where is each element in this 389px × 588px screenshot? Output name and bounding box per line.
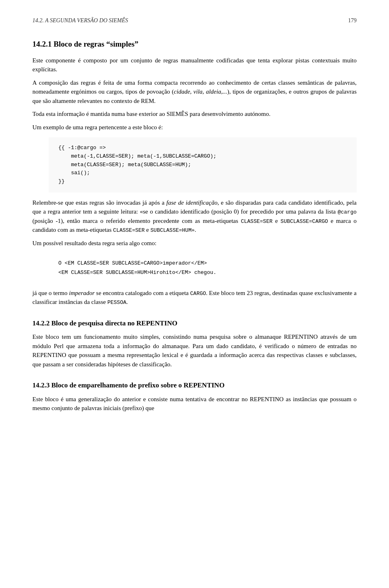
para2-italic: cidade, vila, aldeia,... [174,88,227,95]
para5-text7: ». [192,227,196,233]
section-14-2-1-para1: Este componente é composto por um conjun… [32,56,357,74]
header-page-number: 179 [348,16,357,25]
section-14-2-1-para4: Um exemplo de uma regra pertencente a es… [32,123,357,132]
para5-text4: e [272,218,280,224]
section-14-2-3-title: 14.2.3 Bloco de emparelhamento de prefix… [32,380,357,391]
section-14-2-1-para2: A composição das regras é feita de uma f… [32,78,357,106]
section-14-2-3-para1: Este bloco é uma generalização do anteri… [32,395,357,413]
para5-italic1: fase de identificação [167,199,218,206]
code-block-1: {{ -1:@cargo => meta(-1,CLASSE=SER); met… [49,137,357,192]
para5-code-subclasse-hum: SUBCLASSE=HUM [150,227,191,233]
page-header: 14.2. A SEGUNDA VERSÃO DO SIEMÊS 179 [32,16,357,26]
para5-text6: e [145,227,150,233]
para5-code-classe-ser: CLASSE=SER [241,218,272,225]
section-14-2-1-para6-intro: Um possível resultado desta regra seria … [32,239,357,248]
para2-text: A composição das regras é feita de uma f… [32,79,357,104]
para7-code-cargo: CARGO [190,291,206,297]
section-14-2-2-title: 14.2.2 Bloco de pesquisa directa no REPE… [32,318,357,329]
para7-italic-imperador: imperador [69,290,94,296]
output-block-1: O <EM CLASSE=SER SUBCLASSE=CARGO>imperad… [49,253,357,282]
header-chapter-title: 14.2. A SEGUNDA VERSÃO DO SIEMÊS [32,16,128,25]
section-14-2-1-para5: Relembre-se que estas regras são invocad… [32,198,357,235]
section-14-2-1-title: 14.2.1 Bloco de regras “simples” [32,38,357,50]
para5-code-subclasse-cargo: SUBCLASSE=CARGO [280,218,328,225]
para5-code-classe-ser2: CLASSE=SER [113,227,145,233]
page: 14.2. A SEGUNDA VERSÃO DO SIEMÊS 179 14.… [0,0,389,588]
section-14-2-2-para1: Este bloco tem um funcionamento muito si… [32,332,357,369]
para5-text1: Relembre-se que estas regras são invocad… [32,199,167,206]
para5-text3: (posição -1), então marca o referido ele… [32,218,241,224]
section-14-2-1-para3: Toda esta informação é mantida numa base… [32,109,357,119]
para7-text4: . [126,299,128,305]
para5-code-cargo: @cargo [338,209,357,215]
section-14-2-1-para7: já que o termo imperador se encontra cat… [32,289,357,307]
para7-text1: já que o termo [32,290,69,296]
para7-code-pessoa: PESSOA [107,299,126,306]
para7-text2: se encontra catalogado com a etiqueta [95,290,190,296]
